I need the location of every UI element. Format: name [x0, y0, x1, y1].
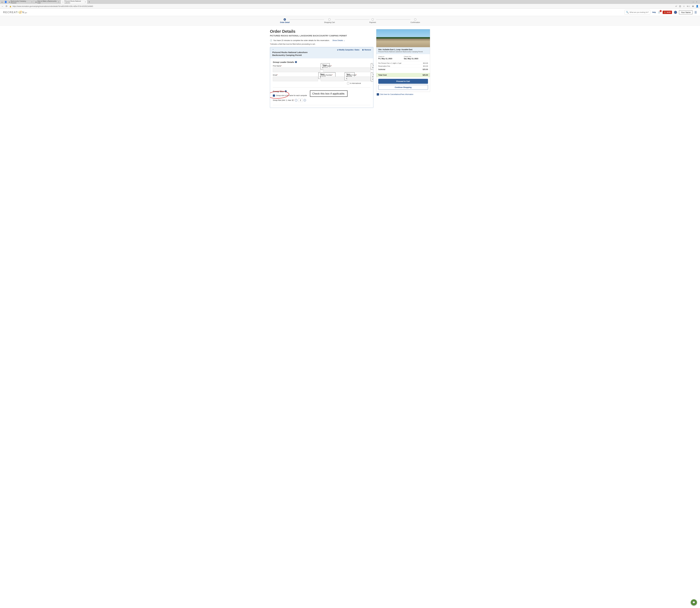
- checkout-value: Sat, May 13, 2023: [404, 58, 428, 60]
- search-icon: 🔍: [626, 11, 629, 14]
- annotation-text: Check this box if applicable.: [310, 91, 348, 97]
- logo[interactable]: RECREATI🧭N.gov: [3, 11, 27, 14]
- phone-input[interactable]: [321, 77, 344, 81]
- help-link[interactable]: Help: [652, 11, 656, 13]
- tab-2[interactable]: ◌ Pictured Rocks National Lakesho ×: [61, 0, 88, 4]
- phone-field: Phone Number* Your Phone Number: [321, 74, 344, 84]
- fee-value: $10.00: [423, 62, 428, 64]
- site-subtitle: Pictured Rocks National Lakeshore Backco…: [378, 51, 428, 53]
- url-bar[interactable]: 🔒 https://www.recreation.gov/camping/res…: [9, 5, 674, 7]
- last-name-value: Your Name: [371, 63, 373, 70]
- collections-icon[interactable]: ⊕: [692, 5, 694, 7]
- last-name-input[interactable]: [323, 68, 371, 72]
- postal-input[interactable]: [347, 77, 370, 81]
- summary-column: Site: AuSable East 1, Loop: Ausable East…: [376, 29, 430, 95]
- browser-chrome: ▭ ◈ Backcountry Camping - Pictured × ◈ H…: [0, 0, 700, 9]
- page-subtitle: PICTURED ROCKS NATIONAL LAKESHORE BACKCO…: [270, 35, 373, 37]
- tab-label: Pictured Rocks National Lakesho: [64, 0, 84, 4]
- summary-header: Site: AuSable East 1, Loop: Ausable East…: [376, 47, 430, 54]
- email-input[interactable]: [273, 77, 318, 81]
- checkin-value: Fri, May 12, 2023: [378, 58, 403, 60]
- window-controls: — ×: [693, 1, 699, 3]
- continue-button[interactable]: Continue Shopping: [378, 85, 428, 90]
- intl-checkbox[interactable]: [347, 82, 349, 84]
- favicon-icon: ◈: [35, 1, 37, 3]
- info-row: 🕒 You have 15 minutes to complete the or…: [270, 39, 373, 41]
- profile-icon[interactable]: 👤: [696, 5, 699, 7]
- close-tab-icon[interactable]: ×: [58, 1, 59, 3]
- total-row: Total Cost $25.00: [376, 73, 430, 77]
- search-box[interactable]: 🔍: [624, 10, 650, 15]
- cart-button[interactable]: 🛒 1: [658, 11, 661, 14]
- text-size-icon[interactable]: A»: [676, 5, 677, 7]
- collapse-icon[interactable]: ⌃: [272, 49, 319, 51]
- lock-icon: 🔒: [9, 5, 12, 7]
- avatar[interactable]: 👤: [674, 11, 677, 14]
- subtotal-label: Subtotal: [378, 69, 385, 71]
- modify-link[interactable]: ⇄ Modify Campsites / Dates: [337, 49, 359, 51]
- show-details-link[interactable]: Show Details ⌄: [332, 39, 345, 41]
- translate-icon[interactable]: ⊡: [679, 5, 681, 7]
- menu-icon[interactable]: ☰: [694, 11, 697, 14]
- step-confirmation: Confirmation: [410, 18, 420, 23]
- tab-label: How to Make a Backcountry Cam: [37, 0, 57, 4]
- star-icon[interactable]: ☆: [683, 5, 685, 7]
- favicon-icon: ◌: [62, 1, 63, 3]
- required-note: *Indicates a field that must be filled b…: [270, 43, 373, 45]
- clock-icon: 🕒: [270, 39, 272, 41]
- favorites-icon[interactable]: ≡☆: [687, 5, 690, 7]
- cancellations-link[interactable]: ! Click here for Cancellations/Fees Info…: [376, 92, 430, 95]
- help-icon[interactable]: ?: [285, 90, 287, 92]
- main-column: Order Details PICTURED ROCKS NATIONAL LA…: [270, 29, 373, 108]
- chevron-down-icon: ⌄: [344, 39, 345, 41]
- tab-0[interactable]: ◈ Backcountry Camping - Pictured ×: [7, 0, 34, 4]
- first-name-field: First Name* Your Name: [273, 65, 320, 72]
- step-order-detail: Order Detail: [280, 18, 290, 23]
- intl-checkbox-row[interactable]: Is international: [347, 82, 370, 84]
- total-label: Total Cost: [378, 74, 387, 76]
- proceed-button[interactable]: Proceed to Cart: [378, 79, 428, 84]
- trash-icon: 🗑: [362, 49, 364, 51]
- minimize-icon[interactable]: —: [693, 1, 694, 3]
- fee-label: Reservation Fee: [378, 65, 390, 67]
- step-shopping-cart: Shopping Cart: [324, 18, 335, 23]
- checkbox-checked-icon[interactable]: ✓: [273, 95, 275, 97]
- group-size-input[interactable]: [298, 99, 303, 102]
- info-message: You have 15 minutes to complete the orde…: [273, 39, 330, 41]
- pinned-tab-icon[interactable]: [5, 1, 6, 3]
- last-name-field: Last Name* Your Name: [323, 65, 371, 72]
- swap-icon: ⇄: [337, 49, 338, 51]
- close-window-icon[interactable]: ×: [696, 1, 697, 3]
- total-value: $25.00: [423, 74, 428, 76]
- new-tab-button[interactable]: +: [88, 1, 91, 3]
- hourglass-icon: ⏳: [664, 11, 666, 13]
- cart-badge: 1: [660, 10, 662, 12]
- url-text: https://www.recreation.gov/camping/reser…: [13, 5, 93, 7]
- postal-field: Postal Code* Your Postal Code Is interna…: [347, 74, 370, 84]
- checkout-stepper: Order Detail Shopping Cart Payment Confi…: [0, 16, 700, 26]
- email-field: Email* Your Email: [273, 74, 318, 84]
- favicon-icon: ◈: [9, 1, 10, 3]
- refresh-icon[interactable]: ⟳: [6, 5, 7, 7]
- window-tabs-icon[interactable]: ▭: [1, 1, 3, 3]
- site-name: Site: AuSable East 1, Loop: Ausable East: [378, 49, 428, 51]
- remove-link[interactable]: 🗑 Remove: [362, 49, 371, 51]
- timer-badge: ⏳ 14:01: [663, 11, 672, 14]
- permit-name: Pictured Rocks National Lakeshore Backco…: [272, 51, 320, 57]
- decrement-button[interactable]: −: [295, 99, 297, 101]
- postal-value: Your Postal Code: [371, 72, 373, 81]
- tab-1[interactable]: ◈ How to Make a Backcountry Cam ×: [34, 0, 61, 4]
- step-payment: Payment: [369, 18, 376, 23]
- tab-label: Backcountry Camping - Pictured: [11, 0, 31, 4]
- group-size-section: Group Size ? ✓ Group size is the same fo…: [273, 90, 370, 102]
- page-title: Order Details: [270, 29, 373, 34]
- help-icon[interactable]: ?: [295, 61, 297, 63]
- search-input[interactable]: [629, 11, 649, 13]
- increment-button[interactable]: +: [304, 99, 306, 101]
- back-icon[interactable]: ←: [1, 5, 4, 7]
- first-name-input[interactable]: [273, 68, 320, 72]
- card-header: ⌃ Pictured Rocks National Lakeshore Back…: [270, 47, 373, 58]
- leader-section-title: Group Leader Details ?: [273, 61, 370, 63]
- close-tab-icon[interactable]: ×: [85, 1, 86, 3]
- close-tab-icon[interactable]: ×: [31, 1, 32, 3]
